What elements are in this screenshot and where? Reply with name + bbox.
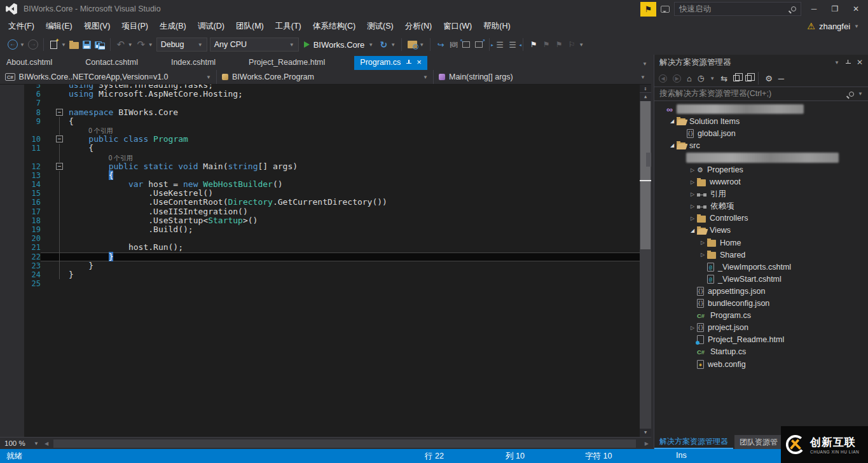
- user-name[interactable]: zhangfei: [819, 22, 850, 31]
- expander-collapsed-icon[interactable]: ▷: [689, 325, 696, 331]
- expander-collapsed-icon[interactable]: ▷: [699, 252, 706, 258]
- forward-icon[interactable]: ▶: [673, 74, 681, 83]
- undo-dropdown[interactable]: ▼: [128, 42, 133, 48]
- tree-item-global-json[interactable]: {}global.json: [654, 127, 868, 139]
- new-item-dropdown[interactable]: ▼: [61, 42, 66, 48]
- scroll-down-icon[interactable]: ▼: [640, 429, 651, 437]
- save-icon[interactable]: [83, 41, 91, 49]
- expander-collapsed-icon[interactable]: ▷: [689, 191, 696, 197]
- tree-item-program-cs[interactable]: C#Program.cs: [654, 310, 868, 322]
- tool-window-tab-1[interactable]: 团队资源管: [734, 435, 783, 449]
- show-all-files-icon[interactable]: [745, 75, 752, 81]
- home-icon[interactable]: ⌂: [687, 74, 692, 83]
- indent-decrease-icon[interactable]: ☰: [493, 40, 506, 50]
- expander-collapsed-icon[interactable]: ▷: [689, 167, 696, 173]
- search-options-dropdown[interactable]: ▼: [858, 91, 863, 97]
- attribute-icon[interactable]: [@]: [447, 41, 460, 48]
- tree-item--viewstart-cshtml[interactable]: @_ViewStart.cshtml: [654, 273, 868, 285]
- navigate-forward-icon[interactable]: →: [28, 39, 38, 50]
- configuration-combo[interactable]: Debug▼: [156, 38, 207, 52]
- tree-item-bundleconfig-json[interactable]: {}bundleconfig.json: [654, 298, 868, 310]
- tree-item-censored[interactable]: ∞: [654, 103, 868, 115]
- horizontal-scrollbar-thumb[interactable]: [53, 439, 636, 448]
- expander-collapsed-icon[interactable]: ▷: [689, 179, 696, 185]
- menu-item-11[interactable]: 窗口(W): [437, 18, 478, 34]
- window-position-icon[interactable]: ▼: [834, 60, 839, 66]
- collapse-box-icon[interactable]: −: [56, 135, 63, 142]
- expander-expanded-icon[interactable]: ◢: [668, 118, 676, 124]
- menu-item-8[interactable]: 体系结构(C): [307, 18, 361, 34]
- tree-item--viewimports-cshtml[interactable]: @_ViewImports.cshtml: [654, 261, 868, 273]
- clear-bookmarks-icon[interactable]: ⚐: [565, 40, 578, 49]
- project-dropdown[interactable]: C# BIWorks.Core..NETCoreApp,Version=v1.0…: [0, 70, 217, 84]
- new-item-icon[interactable]: [50, 41, 57, 49]
- expander-collapsed-icon[interactable]: ▷: [689, 216, 696, 221]
- platform-combo[interactable]: Any CPU▼: [210, 38, 299, 52]
- quick-launch-input[interactable]: 快速启动: [674, 2, 801, 16]
- expander-collapsed-icon[interactable]: ▷: [689, 204, 696, 209]
- tree-item-appsettings-json[interactable]: {}appsettings.json: [654, 285, 868, 297]
- outline-margin[interactable]: −: [41, 135, 69, 144]
- pending-changes-dropdown[interactable]: ▼: [710, 76, 715, 81]
- refresh-dropdown[interactable]: ▼: [390, 42, 396, 48]
- tree-item-startup-cs[interactable]: C#Startup.cs: [654, 346, 868, 358]
- tree-item-controllers[interactable]: ▷Controllers: [654, 212, 868, 225]
- next-bookmark-icon[interactable]: ⚑: [553, 40, 565, 49]
- sync-with-active-document-icon[interactable]: ⇆: [720, 74, 727, 83]
- vertical-scrollbar-thumb[interactable]: [640, 101, 651, 249]
- restore-button[interactable]: ❐: [827, 4, 843, 13]
- menu-item-6[interactable]: 团队(M): [230, 18, 270, 34]
- redo-dropdown[interactable]: ▼: [148, 42, 153, 48]
- tree-item-web-config[interactable]: ✱web.config: [654, 358, 868, 370]
- back-icon[interactable]: ◀: [659, 74, 667, 83]
- menu-item-4[interactable]: 生成(B): [154, 18, 192, 34]
- warning-triangle-icon[interactable]: ⚠: [807, 21, 815, 31]
- refresh-icon[interactable]: ↻: [377, 39, 390, 50]
- tool-window-tab-0[interactable]: 解决方案资源管理器: [654, 435, 733, 449]
- tree-item-home[interactable]: ▷Home: [654, 237, 868, 249]
- tab-project-readme-html[interactable]: Project_Readme.html: [245, 56, 329, 70]
- tree-item-censored[interactable]: [654, 151, 868, 163]
- outline-margin[interactable]: −: [41, 108, 69, 117]
- expander-expanded-icon[interactable]: ◢: [689, 228, 696, 233]
- expander-collapsed-icon[interactable]: ▷: [699, 240, 706, 245]
- tree-item-properties[interactable]: ▷⚙Properties: [654, 163, 868, 176]
- tree-item-shared[interactable]: ▷Shared: [654, 249, 868, 261]
- menu-item-1[interactable]: 编辑(E): [40, 18, 78, 34]
- indent-increase-icon[interactable]: ☰: [506, 40, 519, 50]
- close-panel-icon[interactable]: ✕: [857, 58, 863, 67]
- open-file-icon[interactable]: [69, 42, 79, 49]
- tree-item-views[interactable]: ◢Views: [654, 225, 868, 237]
- scroll-up-icon[interactable]: ▲: [640, 93, 651, 100]
- menu-item-2[interactable]: 视图(V): [78, 18, 116, 34]
- tab-list-dropdown-icon[interactable]: ▼: [642, 61, 647, 67]
- scroll-right-icon[interactable]: ▶: [642, 441, 651, 446]
- properties-wrench-icon[interactable]: ⚙: [765, 74, 773, 83]
- expander-expanded-icon[interactable]: ◢: [668, 142, 676, 148]
- redo-icon[interactable]: ↷: [135, 39, 148, 50]
- navigate-back-icon[interactable]: ←: [8, 39, 18, 50]
- horizontal-scrollbar[interactable]: [51, 439, 642, 448]
- chevron-down-icon[interactable]: ▼: [854, 24, 859, 29]
- menu-item-12[interactable]: 帮助(H): [478, 18, 516, 34]
- split-window-handle[interactable]: ↕: [640, 85, 651, 93]
- tab-about-cshtml[interactable]: About.cshtml: [3, 56, 56, 70]
- menu-item-3[interactable]: 项目(P): [116, 18, 154, 34]
- minimize-button[interactable]: ─: [806, 4, 822, 13]
- navigate-back-dropdown[interactable]: ▼: [20, 42, 25, 48]
- scroll-left-icon[interactable]: ◀: [42, 441, 51, 446]
- start-debug-button[interactable]: BIWorks.Core ▼: [300, 40, 378, 50]
- vertical-scrollbar[interactable]: ↕ ▲ ▼: [640, 85, 651, 437]
- collapse-box-icon[interactable]: −: [56, 163, 63, 170]
- close-tab-icon[interactable]: ×: [417, 59, 422, 66]
- type-dropdown[interactable]: BIWorks.Core.Program ▼: [217, 70, 434, 84]
- outline-margin[interactable]: −: [41, 162, 69, 171]
- undo-icon[interactable]: ↶: [114, 39, 127, 50]
- toolbar-overflow[interactable]: ▼: [419, 42, 424, 48]
- show-threads-icon[interactable]: [475, 41, 483, 48]
- menu-item-0[interactable]: 文件(F): [3, 18, 40, 34]
- tree-item-依赖项[interactable]: ▷依赖项: [654, 200, 868, 212]
- tree-item-solution-items[interactable]: ◢Solution Items: [654, 115, 868, 127]
- tree-item-project-json[interactable]: ▷{}project.json: [654, 322, 868, 334]
- navigate-to-icon[interactable]: ↪: [434, 40, 447, 50]
